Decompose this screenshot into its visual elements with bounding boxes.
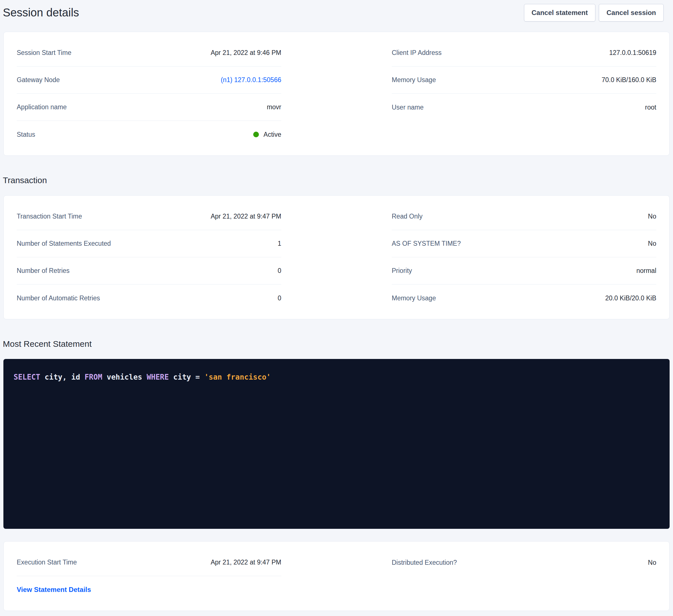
status-text: Active [263,131,281,138]
status-badge: Active [253,131,281,138]
cancel-session-button[interactable]: Cancel session [599,4,664,21]
row-label: Number of Retries [17,267,70,275]
row-label: Transaction Start Time [17,213,82,220]
application-name-row: Application name movr [17,94,281,121]
row-value: Apr 21, 2022 at 9:47 PM [211,559,281,566]
statement-section-title: Most Recent Statement [3,339,670,349]
session-summary-right-column: Client IP Address 127.0.0.1:50619 Memory… [392,39,656,148]
row-value: Apr 21, 2022 at 9:46 PM [211,49,281,57]
sql-string-literal: 'san francisco' [204,373,271,381]
row-label: Session Start Time [17,49,71,57]
row-label: Application name [17,103,66,111]
row-value: normal [637,267,656,275]
row-label: User name [392,103,423,111]
row-value: Apr 21, 2022 at 9:47 PM [211,213,281,220]
row-value: 127.0.0.1:50619 [609,49,656,57]
automatic-retries-row: Number of Automatic Retries 0 [17,285,281,312]
row-value: 70.0 KiB/160.0 KiB [602,76,656,84]
cancel-statement-button[interactable]: Cancel statement [524,4,596,21]
row-label: Number of Statements Executed [17,240,111,247]
row-label: Client IP Address [392,49,442,57]
row-value: root [645,103,656,111]
status-active-dot [253,131,259,137]
transaction-section-title: Transaction [3,176,670,185]
row-label: Memory Usage [392,294,436,302]
gateway-node-link[interactable]: (n1) 127.0.0.1:50566 [221,76,281,84]
row-value: No [648,213,656,220]
status-row: Status Active [17,121,281,148]
row-label: Gateway Node [17,76,60,84]
client-ip-row: Client IP Address 127.0.0.1:50619 [392,39,656,66]
row-value: 20.0 KiB/20.0 KiB [605,294,656,302]
statements-executed-row: Number of Statements Executed 1 [17,230,281,257]
row-label: Priority [392,267,412,275]
user-name-row: User name root [392,94,656,121]
session-summary-left-column: Session Start Time Apr 21, 2022 at 9:46 … [17,39,281,148]
view-statement-details-row: View Statement Details [17,576,281,603]
sql-condition: city = [169,373,204,381]
row-label: Execution Start Time [17,559,77,566]
sql-keyword-from: FROM [84,373,102,381]
row-value: No [648,559,656,567]
row-label: AS OF SYSTEM TIME? [392,240,461,247]
row-label: Distributed Execution? [392,559,457,567]
transaction-memory-usage-row: Memory Usage 20.0 KiB/20.0 KiB [392,285,656,312]
distributed-execution-row: Distributed Execution? No [392,549,656,576]
row-value: 1 [278,240,281,247]
row-label: Read Only [392,213,423,220]
session-memory-usage-row: Memory Usage 70.0 KiB/160.0 KiB [392,66,656,94]
priority-row: Priority normal [392,257,656,285]
transaction-left-column: Transaction Start Time Apr 21, 2022 at 9… [17,203,281,312]
execution-right-column: Distributed Execution? No [392,549,656,603]
transaction-right-column: Read Only No AS OF SYSTEM TIME? No Prior… [392,203,656,312]
sql-statement: SELECT city, id FROM vehicles WHERE city… [14,373,271,381]
page-header: Session details Cancel statement Cancel … [3,4,670,21]
view-statement-details-link[interactable]: View Statement Details [17,586,91,594]
row-value: movr [267,103,281,111]
row-label: Number of Automatic Retries [17,294,100,302]
execution-start-time-row: Execution Start Time Apr 21, 2022 at 9:4… [17,549,281,576]
session-start-time-row: Session Start Time Apr 21, 2022 at 9:46 … [17,39,281,66]
page-title: Session details [3,6,79,19]
session-summary-card: Session Start Time Apr 21, 2022 at 9:46 … [3,32,670,156]
transaction-start-time-row: Transaction Start Time Apr 21, 2022 at 9… [17,203,281,230]
session-details-page: Session details Cancel statement Cancel … [0,0,673,611]
sql-columns: city, id [40,373,85,381]
row-label: Memory Usage [392,76,436,84]
row-label: Status [17,131,35,138]
as-of-system-time-row: AS OF SYSTEM TIME? No [392,230,656,257]
sql-table: vehicles [102,373,147,381]
read-only-row: Read Only No [392,203,656,230]
sql-statement-box: SELECT city, id FROM vehicles WHERE city… [3,359,670,529]
row-value: 0 [278,294,281,302]
execution-left-column: Execution Start Time Apr 21, 2022 at 9:4… [17,549,281,603]
gateway-node-row: Gateway Node (n1) 127.0.0.1:50566 [17,66,281,94]
sql-keyword-where: WHERE [147,373,169,381]
execution-card: Execution Start Time Apr 21, 2022 at 9:4… [3,541,670,611]
sql-keyword-select: SELECT [14,373,40,381]
row-value: 0 [278,267,281,275]
row-value: No [648,240,656,247]
header-actions: Cancel statement Cancel session [524,4,664,21]
transaction-card: Transaction Start Time Apr 21, 2022 at 9… [3,195,670,319]
retries-row: Number of Retries 0 [17,257,281,285]
